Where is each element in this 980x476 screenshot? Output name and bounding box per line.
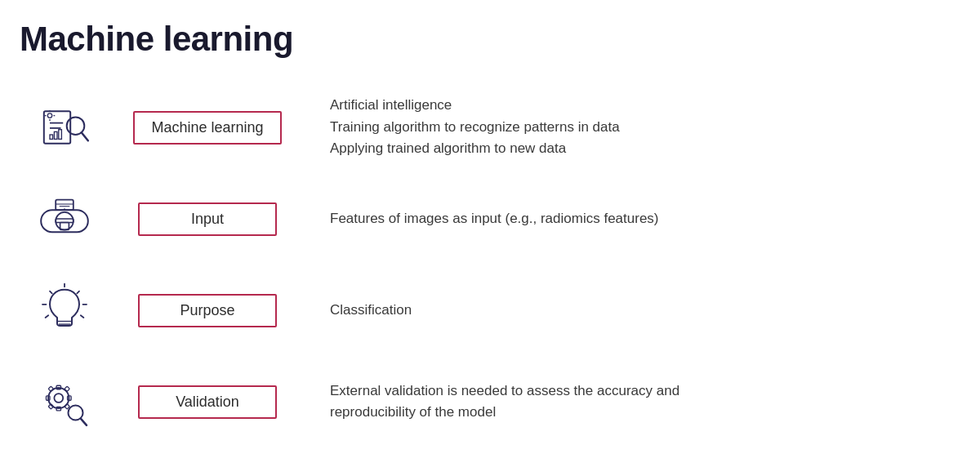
- row-machine-learning: Machine learningArtificial intelligenceT…: [20, 82, 947, 173]
- icon-ml: [20, 98, 109, 157]
- description-line: Training algorithm to recognize patterns…: [330, 117, 947, 138]
- svg-point-31: [54, 394, 63, 403]
- label-cell-validation: Validation: [126, 385, 289, 419]
- label-box-machine-learning: Machine learning: [133, 111, 281, 145]
- svg-rect-39: [48, 404, 53, 409]
- svg-rect-4: [54, 131, 57, 139]
- row-validation: ValidationExternal validation is needed …: [20, 356, 947, 447]
- description-purpose: Classification: [305, 300, 947, 321]
- description-validation: External validation is needed to assess …: [305, 380, 947, 424]
- svg-point-8: [47, 113, 51, 118]
- svg-point-14: [56, 212, 74, 230]
- svg-line-7: [82, 132, 88, 140]
- svg-line-28: [46, 315, 49, 318]
- svg-line-41: [81, 419, 87, 425]
- label-box-input: Input: [138, 202, 277, 236]
- row-input: InputFeatures of images as input (e.g., …: [20, 173, 947, 265]
- svg-line-25: [77, 291, 79, 294]
- label-cell-machine-learning: Machine learning: [126, 111, 289, 145]
- rows-container: Machine learningArtificial intelligenceT…: [20, 82, 947, 447]
- icon-mri: [20, 189, 109, 248]
- svg-line-29: [81, 315, 84, 318]
- label-cell-input: Input: [126, 202, 289, 236]
- svg-rect-13: [41, 210, 88, 232]
- label-cell-purpose: Purpose: [126, 294, 289, 327]
- icon-gear-search: [20, 372, 109, 431]
- row-purpose: PurposeClassification: [20, 265, 947, 356]
- label-box-validation: Validation: [138, 385, 277, 419]
- description-line: Applying trained algorithm to new data: [330, 138, 947, 159]
- svg-rect-3: [50, 135, 53, 139]
- svg-rect-17: [56, 200, 74, 211]
- description-line: reproducibility of the model: [330, 402, 947, 423]
- description-input: Features of images as input (e.g., radio…: [305, 208, 947, 229]
- description-machine-learning: Artificial intelligenceTraining algorith…: [305, 95, 947, 159]
- svg-line-24: [50, 291, 52, 294]
- description-line: External validation is needed to assess …: [330, 380, 947, 402]
- page-title: Machine learning: [20, 20, 947, 59]
- svg-rect-36: [48, 386, 53, 391]
- description-line: Artificial intelligence: [330, 95, 947, 116]
- icon-lightbulb: [20, 281, 109, 340]
- description-line: Features of images as input (e.g., radio…: [330, 208, 947, 229]
- description-line: Classification: [330, 300, 947, 321]
- svg-rect-5: [59, 130, 62, 140]
- label-box-purpose: Purpose: [138, 294, 277, 327]
